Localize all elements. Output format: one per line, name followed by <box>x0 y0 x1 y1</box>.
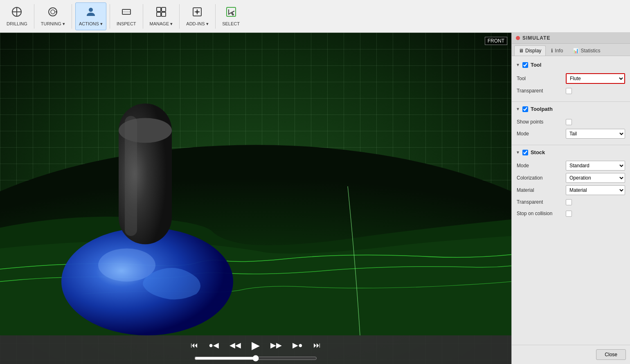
main-area: FRONT ⏮ ●◀ ◀◀ ▶ ▶▶ ▶● ⏭ SIMULATE <box>0 33 630 364</box>
tool-section-checkbox[interactable] <box>522 62 528 68</box>
drilling-label: DRILLING <box>7 21 27 26</box>
stop-on-collision-row: Stop on collision <box>512 208 630 219</box>
toolbar-item-select[interactable]: SELECT <box>219 2 243 30</box>
play-button[interactable]: ▶ <box>250 338 261 353</box>
step-back-button[interactable]: ●◀ <box>207 340 220 351</box>
divider-1 <box>34 4 34 29</box>
tool-transparent-row: Transparent <box>512 85 630 97</box>
stock-mode-select[interactable]: Standard Transparent Wireframe <box>566 161 625 171</box>
show-points-row: Show points <box>512 116 630 128</box>
toolpath-mode-value: Tail Full None <box>566 129 625 139</box>
toolpath-section-body: Show points Mode Tail Full None <box>512 115 630 143</box>
simulate-panel: SIMULATE 🖥 Display ℹ Info 📊 Statistics ▼ <box>511 33 630 364</box>
stock-mode-row: Mode Standard Transparent Wireframe <box>512 160 630 172</box>
stop-on-collision-checkbox[interactable] <box>566 211 572 217</box>
fast-forward-button[interactable]: ▶▶ <box>269 340 284 351</box>
statistics-tab-icon: 📊 <box>573 48 579 54</box>
stock-material-row: Material Material Custom <box>512 184 630 196</box>
svg-rect-16 <box>227 7 236 16</box>
front-label: FRONT <box>485 37 507 45</box>
tab-info[interactable]: ℹ Info <box>547 45 567 56</box>
info-tab-icon: ℹ <box>551 48 553 54</box>
tool-mode-select[interactable]: Flute Shaded Wireframe <box>566 73 625 84</box>
toolbar-item-manage[interactable]: MANAGE ▾ <box>146 2 176 30</box>
skip-to-end-button[interactable]: ⏭ <box>312 340 322 351</box>
tool-section-header[interactable]: ▼ Tool <box>512 59 630 70</box>
playback-buttons: ⏮ ●◀ ◀◀ ▶ ▶▶ ▶● ⏭ <box>189 338 322 353</box>
stock-material-value: Material Custom <box>566 185 625 195</box>
svg-rect-9 <box>162 7 166 11</box>
tool-mode-label: Tool <box>517 76 566 81</box>
stock-section-title: Stock <box>531 149 545 155</box>
toolbar-item-addins[interactable]: ADD-INS ▾ <box>183 2 212 30</box>
stock-mode-value: Standard Transparent Wireframe <box>566 161 625 171</box>
show-points-value <box>566 119 625 125</box>
panel-content: ▼ Tool Tool Flute Shaded Wireframe <box>512 56 630 345</box>
toolbar-item-turning[interactable]: TURNING ▾ <box>38 2 68 30</box>
tool-section-body: Tool Flute Shaded Wireframe Transparent <box>512 70 630 100</box>
show-points-checkbox[interactable] <box>566 119 572 125</box>
viewport[interactable]: FRONT ⏮ ●◀ ◀◀ ▶ ▶▶ ▶● ⏭ <box>0 33 511 364</box>
sep-2 <box>512 145 630 145</box>
divider-6 <box>215 4 216 29</box>
addins-icon <box>191 6 203 20</box>
panel-header: SIMULATE <box>512 33 630 44</box>
stock-material-select[interactable]: Material Custom <box>566 185 625 195</box>
actions-label: ACTIONS ▾ <box>79 21 103 27</box>
drilling-icon <box>11 6 22 20</box>
tool-transparent-checkbox[interactable] <box>566 88 572 94</box>
skip-to-start-button[interactable]: ⏮ <box>189 340 200 351</box>
tab-statistics[interactable]: 📊 Statistics <box>568 45 605 56</box>
toolbar-item-inspect[interactable]: INSPECT <box>113 2 140 30</box>
stop-on-collision-value <box>566 211 625 217</box>
stock-transparent-label: Transparent <box>517 199 566 205</box>
show-points-label: Show points <box>517 119 566 125</box>
panel-tabs: 🖥 Display ℹ Info 📊 Statistics <box>512 44 630 56</box>
turning-icon <box>47 6 59 20</box>
inspect-icon <box>121 6 132 20</box>
toolbar-item-actions[interactable]: ACTIONS ▾ <box>75 2 106 30</box>
tool-expand-arrow: ▼ <box>516 63 520 67</box>
toolpath-section-checkbox[interactable] <box>522 106 528 112</box>
turning-label: TURNING ▾ <box>41 21 65 27</box>
playback-slider[interactable] <box>194 355 317 362</box>
toolpath-expand-arrow: ▼ <box>516 107 520 111</box>
tool-transparent-label: Transparent <box>517 88 566 94</box>
tool-mode-row: Tool Flute Shaded Wireframe <box>512 72 630 85</box>
divider-2 <box>72 4 72 29</box>
stock-section-body: Mode Standard Transparent Wireframe Colo… <box>512 158 630 222</box>
step-forward-button[interactable]: ▶● <box>291 340 304 351</box>
manage-label: MANAGE ▾ <box>150 21 173 27</box>
inspect-label: INSPECT <box>117 21 136 26</box>
select-icon <box>225 6 237 20</box>
stock-mode-label: Mode <box>517 163 566 169</box>
stock-section-checkbox[interactable] <box>522 150 528 155</box>
svg-rect-22 <box>125 116 137 236</box>
tab-display[interactable]: 🖥 Display <box>514 45 546 56</box>
close-button[interactable]: Close <box>596 349 626 360</box>
stock-colorization-select[interactable]: Operation Tool None <box>566 173 625 183</box>
terrain-svg <box>0 103 511 335</box>
tool-mode-value: Flute Shaded Wireframe <box>566 73 625 84</box>
toolpath-section-header[interactable]: ▼ Toolpath <box>512 103 630 115</box>
divider-5 <box>179 4 180 29</box>
rewind-button[interactable]: ◀◀ <box>228 340 243 351</box>
svg-point-4 <box>51 10 55 14</box>
svg-rect-8 <box>157 7 161 11</box>
stock-colorization-label: Colorization <box>517 175 566 181</box>
display-tab-icon: 🖥 <box>519 48 524 54</box>
divider-3 <box>110 4 110 29</box>
stock-transparent-value <box>566 199 625 205</box>
stock-section-header[interactable]: ▼ Stock <box>512 147 630 158</box>
toolbar-item-drilling[interactable]: DRILLING <box>3 2 31 30</box>
svg-point-15 <box>196 11 198 13</box>
stock-colorization-value: Operation Tool None <box>566 173 625 183</box>
stock-expand-arrow: ▼ <box>516 150 520 155</box>
toolpath-mode-select[interactable]: Tail Full None <box>566 129 625 139</box>
playback-bar: ⏮ ●◀ ◀◀ ▶ ▶▶ ▶● ⏭ <box>0 335 511 364</box>
addins-label: ADD-INS ▾ <box>186 21 208 27</box>
info-tab-label: Info <box>555 48 563 54</box>
panel-close-dot[interactable] <box>516 36 520 40</box>
actions-icon <box>85 6 97 20</box>
stock-transparent-checkbox[interactable] <box>566 199 572 205</box>
